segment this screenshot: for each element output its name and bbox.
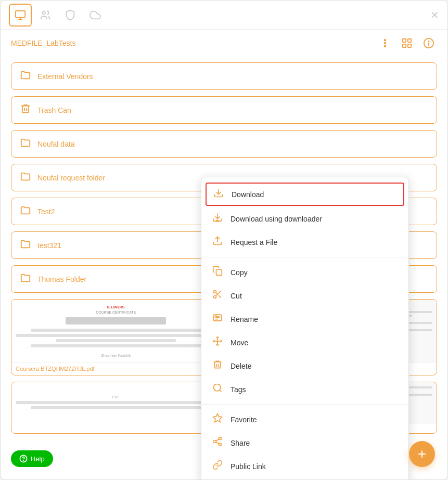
close-button[interactable]: ✕ [430,10,439,20]
svg-rect-6 [408,39,411,42]
menu-label: Favorite [231,416,257,424]
download-alt-icon [212,212,223,225]
menu-label: Rename [231,315,258,323]
svg-point-34 [219,443,222,446]
svg-line-30 [220,390,222,392]
file-3[interactable]: PDF [11,382,221,434]
scissors-icon [212,289,223,302]
svg-line-21 [216,293,217,294]
menu-item-move[interactable]: Move [201,331,408,354]
folder-icon [20,69,31,83]
menu-item-request-file[interactable]: Request a File [201,230,408,254]
folder-trash-can[interactable]: Trash Can [11,96,437,124]
menu-item-share[interactable]: Share [201,431,408,455]
svg-marker-31 [213,414,222,422]
menu-item-delete[interactable]: Delete [201,354,408,378]
svg-point-2 [385,40,386,41]
menu-label: Public Link [231,462,266,471]
folder-name: Trash Can [37,106,71,114]
menu-label: Share [231,439,250,447]
svg-rect-0 [16,10,25,17]
svg-rect-5 [403,39,406,42]
menu-label: Tags [231,385,246,394]
copy-icon [212,266,223,279]
main-window: ✕ MEDFILE_LabTests [0,0,448,480]
svg-point-1 [43,11,46,14]
title-bar: ✕ [1,1,447,30]
help-label: Help [31,455,45,463]
help-button[interactable]: Help [11,450,53,467]
menu-label: Delete [231,362,251,370]
folder-external-vendors[interactable]: External Vendors [11,62,437,90]
menu-label: Download [232,190,264,199]
download-icon [213,188,224,201]
svg-rect-8 [408,44,411,47]
content-area: External Vendors Trash Can Noufal dat [1,57,447,479]
menu-item-public-link[interactable]: Public Link [201,455,408,478]
tab-bar [9,4,107,27]
menu-item-rename[interactable]: RE Rename [201,307,408,331]
request-file-icon [212,236,223,249]
divider-2 [201,404,408,405]
header-actions [377,35,437,51]
menu-label: Copy [231,268,248,277]
move-icon [212,336,223,349]
menu-item-copy-url[interactable]: Copy Direct URL [201,478,408,479]
file-label: Coursera BTZQHM27ZRJL.pdf [11,362,221,375]
rename-icon: RE [212,313,223,326]
breadcrumb: MEDFILE_LabTests [11,39,76,47]
menu-item-download-downloader[interactable]: Download using downloader [201,207,408,230]
more-options-button[interactable] [377,35,393,51]
menu-item-cut[interactable]: Cut [201,284,408,307]
menu-label: Download using downloader [231,215,322,223]
svg-text:RE: RE [214,314,218,317]
folder-icon [20,204,31,218]
svg-line-36 [216,439,219,440]
star-icon [212,413,223,426]
svg-point-3 [385,43,386,44]
menu-item-tags[interactable]: Tags [201,378,408,401]
svg-line-20 [219,295,221,298]
menu-label: Cut [231,292,242,300]
menu-item-download[interactable]: Download [206,183,404,206]
tab-cloud[interactable] [84,4,107,27]
svg-point-18 [214,296,216,299]
tab-desktop[interactable] [9,4,32,27]
share-icon [212,436,223,449]
tab-shield[interactable] [59,4,82,27]
link-icon [212,460,223,473]
svg-rect-16 [216,270,222,276]
folder-icon [20,238,31,252]
svg-point-33 [214,440,216,443]
trash-icon [20,103,31,117]
file-coursera-btz[interactable]: ILLINOIS COURSE CERTIFICATE Shaaheer Kaa… [11,299,221,375]
svg-point-17 [214,291,216,293]
tab-users[interactable] [34,4,57,27]
menu-item-copy[interactable]: Copy [201,261,408,284]
header: MEDFILE_LabTests [1,30,447,57]
fab-add-button[interactable]: + [409,441,435,467]
folder-icon [20,171,31,185]
svg-point-4 [385,46,386,47]
svg-point-32 [219,437,222,440]
folder-name: Thomas Folder [37,275,86,283]
menu-label: Request a File [231,238,277,247]
folder-name: Test2 [37,207,55,216]
menu-item-favorite[interactable]: Favorite [201,408,408,431]
svg-line-35 [216,442,219,444]
folder-icon [20,137,31,151]
context-menu: Download Download using downloader [201,177,409,479]
divider-1 [201,257,408,257]
grid-view-button[interactable] [399,35,415,51]
folder-name: Noufal request folder [37,174,105,182]
tags-icon [212,383,223,396]
folder-noufal-data[interactable]: Noufal data [11,130,437,158]
menu-label: Move [231,339,248,347]
folder-name: Noufal data [37,140,75,148]
file-thumbnail: PDF [11,382,221,424]
svg-point-29 [214,384,221,391]
file-thumbnail: ILLINOIS COURSE CERTIFICATE Shaaheer Kaa… [11,300,221,362]
svg-rect-7 [403,44,406,47]
info-button[interactable] [420,35,437,51]
folder-name: External Vendors [37,72,93,81]
